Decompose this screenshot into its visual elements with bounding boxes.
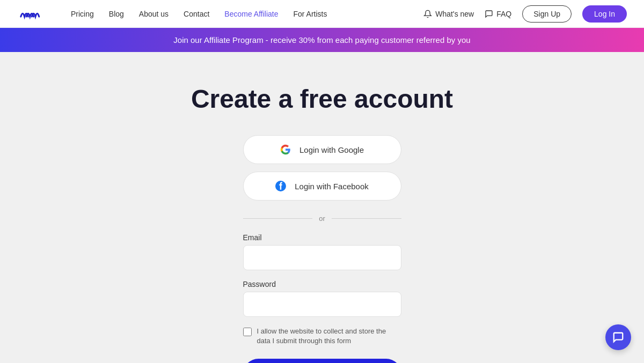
create-account-button[interactable]: Create account xyxy=(243,359,401,363)
navbar-right: What's new FAQ Sign Up Log In xyxy=(423,5,627,23)
chat-square-icon xyxy=(485,10,493,18)
nav-contact[interactable]: Contact xyxy=(184,10,209,18)
chat-icon xyxy=(612,331,624,343)
or-text: or xyxy=(319,214,325,223)
password-input[interactable] xyxy=(243,292,401,317)
chat-button[interactable] xyxy=(605,324,631,350)
nav-artists[interactable]: For Artists xyxy=(293,10,327,18)
consent-row: I allow the website to collect and store… xyxy=(243,327,401,346)
whats-new-link[interactable]: What's new xyxy=(423,10,474,18)
main-content: Create a free account Login with Google … xyxy=(0,52,644,363)
nav-about[interactable]: About us xyxy=(139,10,169,18)
page-title: Create a free account xyxy=(191,84,453,114)
nav-affiliate[interactable]: Become Affiliate xyxy=(224,10,278,18)
facebook-login-button[interactable]: Login with Facebook xyxy=(243,172,401,201)
whats-new-label: What's new xyxy=(435,10,474,18)
affiliate-banner[interactable]: Join our Affiliate Program - receive 30%… xyxy=(0,28,644,52)
consent-label: I allow the website to collect and store… xyxy=(257,327,401,346)
bell-icon xyxy=(423,10,432,18)
navbar-left: Pricing Blog About us Contact Become Aff… xyxy=(17,6,327,21)
signup-form: Login with Google Login with Facebook or… xyxy=(243,135,401,363)
logo[interactable] xyxy=(17,6,54,21)
banner-text: Join our Affiliate Program - receive 30%… xyxy=(173,35,470,45)
faq-label: FAQ xyxy=(496,10,511,18)
nav-blog[interactable]: Blog xyxy=(109,10,124,18)
login-button[interactable]: Log In xyxy=(582,5,627,23)
consent-checkbox[interactable] xyxy=(243,328,252,336)
faq-link[interactable]: FAQ xyxy=(485,10,511,18)
nav-pricing[interactable]: Pricing xyxy=(71,10,94,18)
email-label: Email xyxy=(243,233,401,242)
google-login-button[interactable]: Login with Google xyxy=(243,135,401,164)
google-login-label: Login with Google xyxy=(299,145,364,154)
password-label: Password xyxy=(243,280,401,288)
signup-button[interactable]: Sign Up xyxy=(522,5,572,23)
google-icon xyxy=(280,144,291,155)
nav-links: Pricing Blog About us Contact Become Aff… xyxy=(71,10,327,18)
navbar: Pricing Blog About us Contact Become Aff… xyxy=(0,0,644,28)
or-divider: or xyxy=(243,214,401,223)
email-input[interactable] xyxy=(243,245,401,270)
facebook-login-label: Login with Facebook xyxy=(295,182,369,191)
facebook-icon xyxy=(275,181,286,191)
